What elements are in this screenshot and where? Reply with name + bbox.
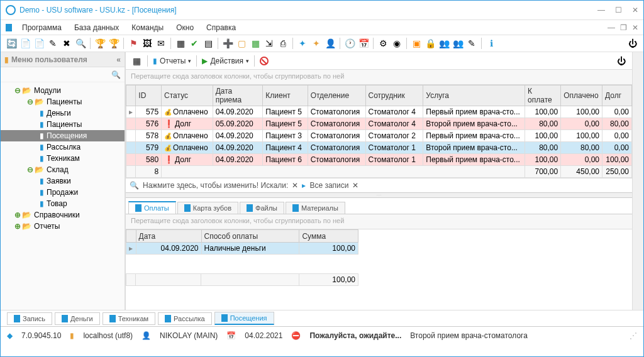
col-7[interactable]: К оплате bbox=[525, 85, 561, 106]
filter-icon[interactable]: ▦ bbox=[131, 55, 142, 67]
doc2-icon[interactable]: 📄 bbox=[33, 38, 45, 49]
star-icon[interactable]: ✦ bbox=[297, 38, 308, 49]
col-sum[interactable]: Сумма bbox=[299, 230, 358, 243]
col-method[interactable]: Способ оплаты bbox=[201, 230, 299, 243]
bottom-tab-запись[interactable]: Запись bbox=[7, 312, 52, 325]
grid-searchbar[interactable]: 🔍 Нажмите здесь, чтобы изменить! Искали:… bbox=[126, 178, 632, 193]
payments-grid[interactable]: Дата Способ оплаты Сумма ▸ 04.09.2020 На… bbox=[126, 229, 358, 255]
check-icon[interactable]: ✔ bbox=[189, 38, 200, 49]
power2-icon[interactable]: ⏻ bbox=[616, 55, 627, 67]
tab-карта зубов[interactable]: Карта зубов bbox=[177, 202, 238, 214]
info-icon[interactable]: ℹ bbox=[486, 38, 497, 49]
user2-icon[interactable]: 👥 bbox=[438, 38, 450, 49]
visits-grid[interactable]: IDСтатусДата приемаКлиентОтделениеСотруд… bbox=[126, 85, 632, 178]
bottom-tab-техникам[interactable]: Техникам bbox=[103, 312, 155, 325]
table-row[interactable]: 576Долг05.09.2020Пациент 5СтоматологияСт… bbox=[126, 118, 632, 130]
col-0[interactable]: ID bbox=[136, 85, 162, 106]
star2-icon[interactable]: ✦ bbox=[311, 38, 322, 49]
mdi-restore-button[interactable]: ❐ bbox=[620, 23, 627, 32]
calendar-icon[interactable]: 📅 bbox=[358, 38, 369, 49]
doc1-icon[interactable]: 📄 bbox=[19, 38, 31, 49]
tree-item-пациенты[interactable]: ▮Пациенты bbox=[1, 119, 125, 130]
table-row[interactable]: 580Долг04.09.2020Пациент 6СтоматологияСт… bbox=[126, 154, 632, 166]
note-icon[interactable]: ▢ bbox=[236, 38, 247, 49]
tab-материалы[interactable]: Материалы bbox=[286, 202, 345, 214]
tree-item-деньги[interactable]: ▮Деньги bbox=[1, 107, 125, 119]
tab-файлы[interactable]: Файлы bbox=[240, 202, 284, 214]
power-icon[interactable]: ⏻ bbox=[627, 38, 638, 49]
menu-commands[interactable]: Команды bbox=[126, 23, 169, 32]
image-icon[interactable]: 🖼 bbox=[142, 38, 153, 49]
sort-icon[interactable]: ▤ bbox=[203, 38, 214, 49]
menu-database[interactable]: База данных bbox=[69, 23, 124, 32]
menu-window[interactable]: Окно bbox=[171, 23, 199, 32]
colorwheel-icon[interactable]: ◉ bbox=[391, 38, 402, 49]
col-3[interactable]: Клиент bbox=[263, 85, 308, 106]
edit-icon[interactable]: ✎ bbox=[47, 38, 58, 49]
tree-item-модули[interactable]: ⊖📂Модули bbox=[1, 85, 125, 96]
tree-item-посещения[interactable]: ▮Посещения bbox=[1, 130, 125, 141]
print-icon[interactable]: ⎙ bbox=[277, 38, 289, 49]
reports-button[interactable]: ▮Отчеты▾ bbox=[153, 57, 191, 65]
sidebar-search-icon[interactable]: 🔍 bbox=[111, 70, 121, 79]
bottom-tab-деньги[interactable]: Деньги bbox=[55, 312, 100, 325]
table-row[interactable]: ▸575Оплачено04.09.2020Пациент 5Стоматоло… bbox=[126, 106, 632, 118]
tree-item-справочники[interactable]: ⊕📂Справочники bbox=[1, 209, 125, 221]
excel-icon[interactable]: ▦ bbox=[250, 38, 261, 49]
trophy-icon[interactable]: 🏆 bbox=[94, 38, 106, 49]
tree-item-заявки[interactable]: ▮Заявки bbox=[1, 175, 125, 187]
col-6[interactable]: Услуга bbox=[423, 85, 525, 106]
tree-item-рассылка[interactable]: ▮Рассылка bbox=[1, 141, 125, 153]
splitter[interactable]: ····· bbox=[126, 193, 632, 198]
clock-icon[interactable]: 🕐 bbox=[344, 38, 355, 49]
users-icon[interactable]: 👥 bbox=[452, 38, 464, 49]
bottom-tab-рассылка[interactable]: Рассылка bbox=[158, 312, 212, 325]
x1-icon[interactable]: ✖ bbox=[61, 38, 72, 49]
menu-program[interactable]: Программа bbox=[17, 23, 67, 32]
search-icon[interactable]: 🔍 bbox=[75, 38, 86, 49]
col-1[interactable]: Статус bbox=[162, 85, 213, 106]
tree-item-пациенты[interactable]: ⊖📂Пациенты bbox=[1, 96, 125, 107]
clear-all-button[interactable]: ✕ bbox=[352, 181, 358, 190]
close-button[interactable]: ✕ bbox=[632, 6, 638, 14]
maximize-button[interactable]: ☐ bbox=[615, 6, 622, 14]
tree-item-продажи[interactable]: ▮Продажи bbox=[1, 187, 125, 198]
refresh-icon[interactable]: 🔄 bbox=[6, 38, 17, 49]
clear-search-button[interactable]: ✕ bbox=[292, 181, 298, 190]
col-9[interactable]: Долг bbox=[602, 85, 631, 106]
user-icon[interactable]: 👤 bbox=[325, 38, 336, 49]
cell-method[interactable]: Наличные деньги bbox=[201, 243, 299, 255]
actions-button[interactable]: ▶Действия▾ bbox=[202, 57, 249, 65]
minimize-button[interactable]: — bbox=[597, 6, 605, 14]
mdi-minimize-button[interactable]: — bbox=[608, 23, 615, 32]
bottom-tab-посещения[interactable]: Посещения bbox=[214, 312, 274, 325]
col-date[interactable]: Дата bbox=[136, 230, 201, 243]
table-row[interactable]: 579Оплачено04.09.2020Пациент 4Стоматолог… bbox=[126, 142, 632, 154]
stop-button[interactable] bbox=[260, 57, 269, 65]
lock-icon[interactable]: 🔒 bbox=[425, 38, 436, 49]
tree-item-товар[interactable]: ▮Товар bbox=[1, 198, 125, 209]
col-4[interactable]: Отделение bbox=[308, 85, 365, 106]
collapse-sidebar-button[interactable]: « bbox=[116, 55, 121, 64]
grid-icon[interactable]: ▦ bbox=[175, 38, 186, 49]
tree-item-отчеты[interactable]: ⊕📂Отчеты bbox=[1, 221, 125, 232]
mdi-close-button[interactable]: ✕ bbox=[632, 23, 638, 32]
cell-sum[interactable]: 100,00 bbox=[299, 243, 358, 255]
col-5[interactable]: Сотрудник bbox=[365, 85, 423, 106]
right-panel-collapsed[interactable] bbox=[632, 52, 643, 310]
wand-icon[interactable]: ✎ bbox=[466, 38, 477, 49]
export-icon[interactable]: ⇲ bbox=[264, 38, 275, 49]
cell-date[interactable]: 04.09.2020 bbox=[136, 243, 201, 255]
rss-icon[interactable]: ▣ bbox=[411, 38, 422, 49]
table-row[interactable]: 578Оплачено04.09.2020Пациент 3Стоматолог… bbox=[126, 130, 632, 142]
gear-icon[interactable]: ⚙ bbox=[377, 38, 389, 49]
col-2[interactable]: Дата приема bbox=[213, 85, 263, 106]
trophy2-icon[interactable]: 🏆 bbox=[108, 38, 119, 49]
tree-item-техникам[interactable]: ▮Техникам bbox=[1, 153, 125, 164]
flag-icon[interactable]: ⚑ bbox=[128, 38, 139, 49]
add-icon[interactable]: ➕ bbox=[222, 38, 233, 49]
mail-icon[interactable]: ✉ bbox=[155, 38, 167, 49]
tree-item-склад[interactable]: ⊖📂Склад bbox=[1, 164, 125, 175]
resize-grip[interactable]: ⋰ bbox=[630, 331, 637, 340]
menu-help[interactable]: Справка bbox=[201, 23, 241, 32]
